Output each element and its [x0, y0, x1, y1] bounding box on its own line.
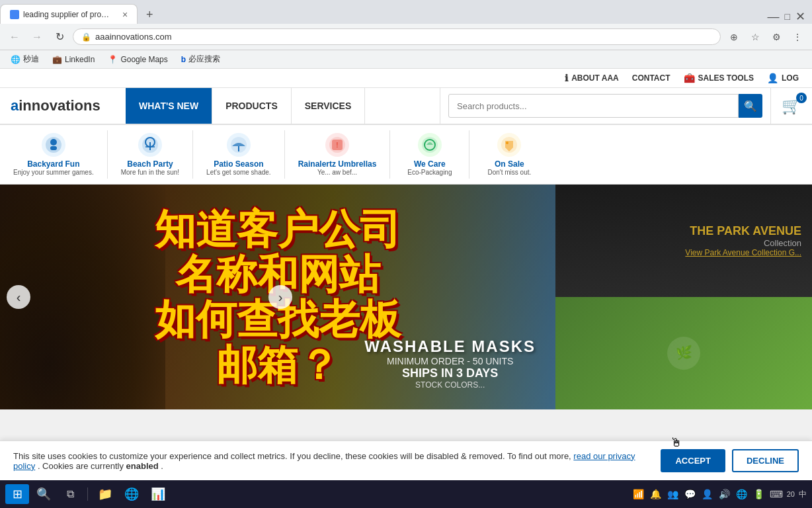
taskbar-keyboard-icon[interactable]: ⌨ — [770, 487, 783, 501]
whats-new-label: WHAT'S NEW — [139, 101, 198, 111]
svg-text:🌿: 🌿 — [676, 345, 692, 360]
bookmark-bing-label: 必应搜索 — [188, 54, 220, 65]
taskbar-time-value: 20 — [787, 490, 795, 498]
search-input[interactable] — [448, 94, 739, 118]
browser-controls: ← → ↻ 🔒 aaainnovations.com ⊕ ☆ ⚙ ⋮ — [0, 24, 812, 50]
hero-next-button[interactable]: › — [268, 285, 292, 309]
cart-icon: 🛒 0 — [782, 97, 801, 115]
new-tab-button[interactable]: + — [140, 5, 159, 24]
category-bar: Backyard Fun Enjoy your summer games. Be… — [0, 125, 812, 185]
rainalertz-icon: ! — [325, 133, 349, 157]
we-care-title: We Care — [414, 159, 446, 169]
search-area: 🔍 — [440, 88, 770, 124]
login-link[interactable]: 👤 LOG — [767, 73, 799, 83]
hero-side-top-text: The Park Avenue Collection View Park Ave… — [685, 224, 801, 257]
website: ℹ ABOUT AAA CONTACT 🧰 SALES TOOLS 👤 LOG … — [0, 69, 812, 409]
logo-area: ainnovations — [0, 88, 126, 124]
back-button[interactable]: ← — [5, 28, 24, 46]
products-nav[interactable]: PRODUCTS — [212, 88, 292, 124]
category-rainalertz[interactable]: ! Rainalertz Umbrellas Ye... aw bef... — [285, 130, 391, 179]
taskbar-wifi-icon[interactable]: 📶 — [632, 487, 645, 501]
hero-side-top-panel: The Park Avenue Collection View Park Ave… — [555, 185, 812, 297]
rainalertz-title: Rainalertz Umbrellas — [298, 159, 377, 169]
taskbar-file-explorer[interactable]: 📁 — [93, 484, 117, 504]
svg-text:!: ! — [336, 142, 338, 149]
hero-prev-button[interactable]: ‹ — [7, 285, 30, 309]
forward-button[interactable]: → — [28, 28, 46, 46]
taskbar-ime[interactable]: 中 — [799, 489, 807, 500]
refresh-button[interactable]: ↻ — [50, 28, 69, 46]
services-nav[interactable]: SERVICES — [292, 88, 366, 124]
bookmark-sudi[interactable]: 🌐 秒迪 — [5, 52, 44, 66]
category-we-care[interactable]: We Care Eco-Packaging — [390, 130, 469, 179]
backyard-fun-sub: Enjoy your summer games. — [13, 169, 94, 176]
prev-icon: ‹ — [17, 290, 21, 305]
taskbar-separator-1 — [87, 487, 88, 501]
top-bar: ℹ ABOUT AAA CONTACT 🧰 SALES TOOLS 👤 LOG — [0, 69, 812, 88]
taskbar-user-icon[interactable]: 👤 — [701, 487, 714, 501]
contact-label: CONTACT — [632, 73, 670, 83]
patio-season-sub: Let's get some shade. — [206, 169, 271, 176]
sales-tools-link[interactable]: 🧰 SALES TOOLS — [684, 73, 754, 83]
category-backyard-fun[interactable]: Backyard Fun Enjoy your summer games. — [0, 130, 108, 179]
taskbar-chrome[interactable]: 🌐 — [120, 484, 143, 504]
windows-icon: ⊞ — [13, 487, 22, 501]
on-sale-icon — [497, 133, 521, 157]
nav-items: WHAT'S NEW PRODUCTS SERVICES — [126, 88, 440, 124]
taskbar-excel[interactable]: 📊 — [146, 484, 170, 504]
whats-new-nav[interactable]: WHAT'S NEW — [126, 88, 212, 124]
cookie-status: enabled — [126, 461, 159, 471]
about-aaa-link[interactable]: ℹ ABOUT AAA — [565, 73, 619, 83]
cookie-accept-button[interactable]: ACCEPT — [661, 449, 725, 472]
contact-link[interactable]: CONTACT — [632, 73, 670, 83]
cookie-message-start: This site uses cookies to customize your… — [13, 451, 573, 461]
svg-point-1 — [50, 139, 57, 146]
taskbar-task-view[interactable]: ⧉ — [58, 484, 82, 504]
park-avenue-link[interactable]: View Park Avenue Collection G... — [685, 248, 801, 257]
translate-button[interactable]: ⊕ — [725, 28, 743, 46]
taskbar-network-icon[interactable]: 🌐 — [735, 487, 749, 501]
bookmark-google-maps[interactable]: 📍 Google Maps — [102, 54, 173, 65]
taskbar-battery-icon[interactable]: 🔋 — [752, 487, 766, 501]
park-avenue-title: The Park Avenue — [685, 224, 801, 238]
services-label: SERVICES — [305, 101, 352, 111]
bookmark-linkedin-label: LinkedIn — [65, 55, 95, 64]
more-button[interactable]: ⋮ — [788, 28, 807, 46]
maximize-button[interactable]: □ — [785, 11, 790, 22]
category-beach-party[interactable]: Beach Party More fun in the sun! — [108, 130, 193, 179]
bookmark-linkedin[interactable]: 💼 LinkedIn — [47, 54, 100, 65]
bookmark-bing[interactable]: b 必应搜索 — [176, 52, 225, 66]
taskbar-notification-icon[interactable]: 🔔 — [649, 487, 663, 501]
bookmarks-bar: 🌐 秒迪 💼 LinkedIn 📍 Google Maps b 必应搜索 — [0, 50, 812, 69]
bookmark-button[interactable]: ☆ — [746, 28, 764, 46]
main-nav: ainnovations WHAT'S NEW PRODUCTS SERVICE… — [0, 88, 812, 125]
category-patio-season[interactable]: Patio Season Let's get some shade. — [193, 130, 285, 179]
taskbar-wechat-icon[interactable]: 💬 — [684, 487, 697, 501]
tab-title: leading supplier of promotio... — [23, 10, 116, 19]
cart-area[interactable]: 🛒 0 — [770, 88, 812, 124]
address-bar[interactable]: 🔒 aaainnovations.com — [73, 28, 721, 45]
taskbar-volume-icon[interactable]: 🔊 — [718, 487, 731, 501]
taskbar-clock: 20 — [787, 490, 795, 498]
rainalertz-sub: Ye... aw bef... — [317, 169, 357, 176]
user-icon: 👤 — [767, 73, 778, 83]
info-icon: ℹ — [565, 73, 568, 83]
minimize-button[interactable]: — — [768, 10, 780, 24]
logo: ainnovations — [11, 97, 101, 114]
backyard-fun-icon — [42, 133, 65, 157]
taskbar-search[interactable]: 🔍 — [32, 484, 56, 504]
tab-bar: leading supplier of promotio... × + — □ … — [0, 0, 812, 24]
cookie-decline-button[interactable]: DECLINE — [732, 449, 799, 472]
taskbar-people-icon[interactable]: 👥 — [667, 487, 680, 501]
category-on-sale[interactable]: On Sale Don't miss out. — [469, 130, 549, 179]
extensions-button[interactable]: ⚙ — [767, 28, 786, 46]
sales-tools-icon: 🧰 — [684, 73, 695, 83]
close-button[interactable]: ✕ — [795, 9, 805, 24]
tab-close-button[interactable]: × — [122, 9, 128, 20]
start-button[interactable]: ⊞ — [5, 484, 29, 504]
browser-tab[interactable]: leading supplier of promotio... × — [0, 4, 138, 24]
taskbar-right: 📶 🔔 👥 💬 👤 🔊 🌐 🔋 ⌨ 20 中 — [632, 487, 807, 501]
patio-season-title: Patio Season — [214, 159, 263, 169]
search-button[interactable]: 🔍 — [739, 94, 762, 118]
search-taskbar-icon: 🔍 — [36, 487, 51, 501]
